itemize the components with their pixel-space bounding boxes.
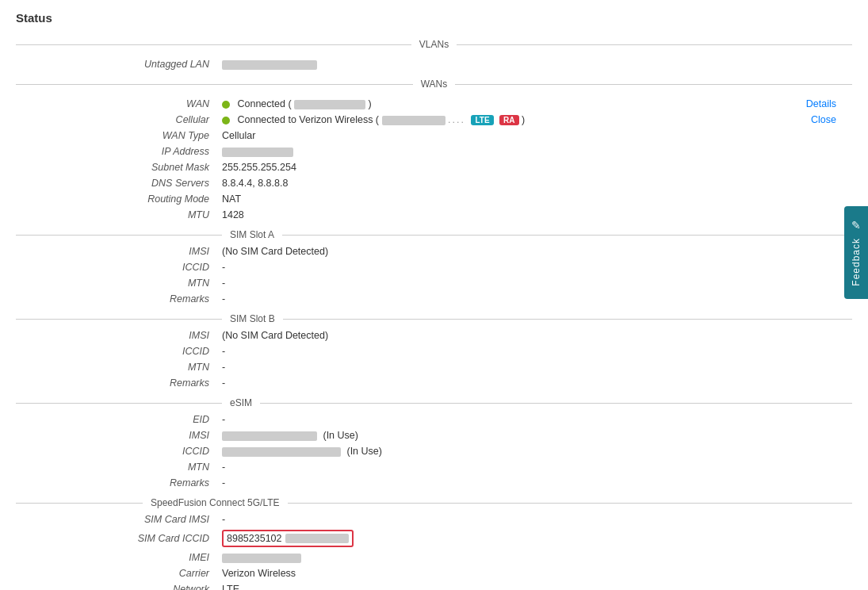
untagged-lan-row: Untagged LAN: [16, 56, 852, 72]
ip-address-row: IP Address: [16, 144, 852, 159]
ip-address-value: [222, 146, 852, 157]
sim-card-imsi-value: -: [222, 514, 852, 525]
subnet-mask-value: 255.255.255.254: [222, 162, 852, 173]
sim-slot-b-divider: SIM Slot B: [16, 313, 852, 324]
sim-slot-b-label: SIM Slot B: [222, 313, 283, 324]
sim-card-imsi-label: SIM Card IMSI: [16, 514, 222, 525]
wan-type-label: WAN Type: [16, 130, 222, 141]
wan-ip-blurred: [294, 100, 365, 109]
vlans-divider: VLANs: [16, 39, 852, 50]
sim-card-iccid-blurred: [285, 534, 349, 543]
imei-label: IMEI: [16, 552, 222, 563]
subnet-mask-label: Subnet Mask: [16, 162, 222, 173]
mtn-b-row: MTN -: [16, 359, 852, 375]
ip-address-label: IP Address: [16, 146, 222, 157]
mtu-row: MTU 1428: [16, 207, 852, 223]
mtu-label: MTU: [16, 209, 222, 220]
network-value: LTE: [222, 584, 852, 590]
remarks-a-value: -: [222, 293, 852, 305]
page-title: Status: [0, 0, 868, 33]
feedback-label: Feedback: [851, 238, 862, 286]
wans-divider: WANs: [16, 79, 852, 90]
imsi-b-value: (No SIM Card Detected): [222, 330, 852, 341]
imsi-a-row: IMSI (No SIM Card Detected): [16, 243, 852, 259]
iccid-esim-label: ICCID: [16, 446, 222, 457]
esim-divider: eSIM: [16, 397, 852, 408]
remarks-esim-row: Remarks -: [16, 475, 852, 491]
imsi-esim-label: IMSI: [16, 430, 222, 441]
cellular-ip-blurred: [382, 116, 445, 125]
iccid-esim-row: ICCID (In Use): [16, 443, 852, 459]
sim-slot-a-label: SIM Slot A: [222, 229, 282, 240]
imei-blurred: [222, 554, 301, 563]
iccid-a-label: ICCID: [16, 262, 222, 273]
mtn-a-label: MTN: [16, 278, 222, 289]
cellular-dots: ....: [448, 114, 465, 125]
ip-address-blurred: [222, 148, 293, 157]
dns-servers-label: DNS Servers: [16, 178, 222, 189]
mtn-a-value: -: [222, 278, 852, 289]
feedback-pencil-icon: ✎: [851, 219, 861, 232]
imei-value: [222, 552, 852, 563]
carrier-value: Verizon Wireless: [222, 568, 852, 579]
untagged-lan-label: Untagged LAN: [16, 59, 222, 70]
sim-card-iccid-label: SIM Card ICCID: [16, 533, 222, 544]
iccid-a-row: ICCID -: [16, 259, 852, 275]
esim-label: eSIM: [222, 397, 260, 408]
imsi-esim-value: (In Use): [222, 430, 852, 441]
imsi-esim-suffix: (In Use): [323, 430, 358, 441]
remarks-b-value: -: [222, 377, 852, 389]
sim-slot-a-divider: SIM Slot A: [16, 229, 852, 240]
sim-card-iccid-text: 8985235102: [227, 533, 282, 544]
ra-badge: RA: [499, 115, 518, 125]
imsi-b-row: IMSI (No SIM Card Detected): [16, 328, 852, 343]
remarks-a-row: Remarks -: [16, 291, 852, 307]
wan-label: WAN: [16, 98, 222, 109]
mtn-esim-label: MTN: [16, 462, 222, 473]
dns-servers-row: DNS Servers 8.8.4.4, 8.8.8.8: [16, 175, 852, 191]
network-label: Network: [16, 584, 222, 590]
imsi-b-label: IMSI: [16, 330, 222, 341]
wan-type-value: Cellular: [222, 130, 852, 141]
imsi-a-value: (No SIM Card Detected): [222, 246, 852, 257]
cellular-close-link[interactable]: Close: [811, 114, 836, 125]
mtn-a-row: MTN -: [16, 275, 852, 291]
mtn-b-value: -: [222, 362, 852, 373]
feedback-button[interactable]: ✎ Feedback: [844, 206, 868, 299]
cellular-status-text: Connected to Verizon Wireless (: [237, 114, 379, 125]
iccid-b-label: ICCID: [16, 346, 222, 357]
imei-row: IMEI: [16, 550, 852, 565]
iccid-a-value: -: [222, 262, 852, 273]
wan-type-row: WAN Type Cellular: [16, 128, 852, 144]
eid-label: EID: [16, 414, 222, 425]
carrier-label: Carrier: [16, 568, 222, 579]
routing-mode-row: Routing Mode NAT: [16, 191, 852, 207]
network-row: Network LTE: [16, 581, 852, 590]
dns-servers-value: 8.8.4.4, 8.8.8.8: [222, 178, 852, 189]
carrier-row: Carrier Verizon Wireless: [16, 565, 852, 581]
speedfusion-label: SpeedFusion Connect 5G/LTE: [143, 497, 288, 508]
routing-mode-label: Routing Mode: [16, 193, 222, 205]
cellular-value: Connected to Verizon Wireless ( .... LTE…: [222, 114, 852, 125]
remarks-esim-value: -: [222, 477, 852, 488]
wan-details-link[interactable]: Details: [806, 98, 836, 109]
imsi-esim-blurred: [222, 431, 317, 441]
wan-status-dot: [222, 101, 230, 109]
routing-mode-value: NAT: [222, 193, 852, 205]
subnet-mask-row: Subnet Mask 255.255.255.254: [16, 159, 852, 175]
wan-value: Connected ( ): [222, 98, 852, 109]
mtu-value: 1428: [222, 209, 852, 220]
iccid-b-row: ICCID -: [16, 343, 852, 359]
iccid-esim-blurred: [222, 447, 341, 457]
sim-card-iccid-row: SIM Card ICCID 8985235102: [16, 527, 852, 550]
eid-row: EID -: [16, 412, 852, 427]
iccid-esim-suffix: (In Use): [346, 446, 381, 457]
cellular-label: Cellular: [16, 114, 222, 125]
sim-card-iccid-value: 8985235102: [222, 530, 852, 547]
cellular-row: Cellular Connected to Verizon Wireless (…: [16, 112, 852, 128]
untagged-lan-blurred: [222, 60, 317, 70]
remarks-b-label: Remarks: [16, 377, 222, 389]
mtn-esim-row: MTN -: [16, 459, 852, 475]
lte-badge: LTE: [471, 115, 493, 125]
wan-row: WAN Connected ( ) Details: [16, 96, 852, 112]
